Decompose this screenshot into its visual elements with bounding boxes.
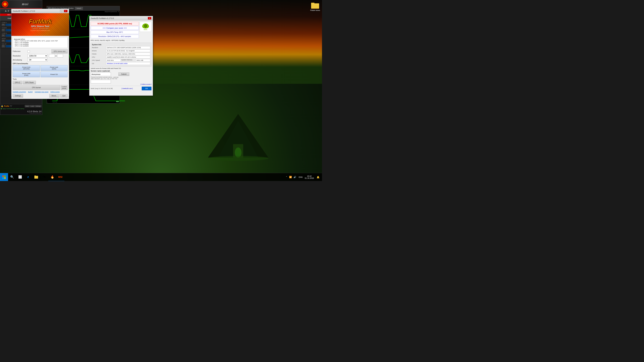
msi-power-min-btn[interactable]: Min [2, 29, 5, 31]
desktop-folder[interactable]: Новая папка [310, 1, 321, 12]
nvidia-text: VIDIA. [144, 29, 148, 30]
furmark-drivers-key: Drivers [92, 50, 105, 52]
tray-volume-icon[interactable]: 🔊 [293, 176, 297, 178]
svg-point-11 [145, 25, 146, 27]
msi-profile-save-btn[interactable]: Save [25, 105, 30, 107]
furmark-aa-select[interactable]: Off [28, 58, 48, 61]
furmark-score-title: Geeks3D FurMark v1.17.0.0 [91, 17, 148, 19]
msi-powered-by: Powered by RivaTuner [27, 113, 42, 114]
furmark-fps-info: FPS: min:91, max:93, avg:91 - OPTIONS: D… [91, 39, 152, 42]
furmark-link-online[interactable]: Online scores [50, 91, 60, 93]
furmark-stress-btn[interactable]: GPU stress test [52, 49, 68, 53]
furmark-bench-grid: Preset:2160(4K/UHD) Preset:1440(QHD) Pre… [13, 65, 68, 77]
furmark-gpu4: - GPU 4: not available [14, 45, 66, 47]
furmark-x-input[interactable] [49, 54, 55, 57]
msi-logo-inner [3, 2, 7, 6]
furmark-close-btn[interactable]: ✕ [64, 10, 68, 12]
furmark-fullscreen-checkbox[interactable] [28, 50, 30, 53]
task-view-icon: ⬜ [18, 175, 22, 179]
furmark-aa-row: Anti-aliasing Off [13, 58, 68, 61]
furmark-quit-btn[interactable]: Quit [60, 94, 68, 97]
svg-rect-15 [4, 177, 6, 179]
furmark-custompreset-btn[interactable]: Custom preset [61, 85, 68, 90]
nvidia-eye-icon [142, 23, 149, 28]
furmark-renderer-val: GeForce GTX 1060 6GB/PCIe/SSE2 (10DE-1C0… [106, 46, 150, 49]
furmark-drivers-row: Drivers 21.21.13.7270 (8-25-2016) - GL:n… [92, 49, 150, 52]
furmark-window-controls: _ ✕ [60, 10, 68, 12]
msi-taskbar-icon: MSI [58, 176, 62, 178]
furmark-drivers-val: 21.21.13.7270 (8-25-2016) - GL:nvoglv64 [106, 49, 150, 52]
furmark-submit-section: Submit score for Preset:1080 and Preset:… [91, 67, 152, 91]
furmark-sysinfo: System Info Renderer GeForce GTX 1060 6G… [91, 42, 152, 66]
furmark-copyright: (C)2007-2015 Geeks3D.com [29, 30, 52, 31]
taskbar-msi-btn[interactable]: MSI [56, 173, 64, 181]
furmark-y-input[interactable] [57, 54, 63, 57]
taskbar-fileexplorer-btn[interactable] [32, 173, 40, 181]
furmark-gpu1: - GPU 1: GeForce GTX 1060 6GB, GPU: 52°C… [14, 40, 66, 42]
furmark-link-compare[interactable]: Compare your score [35, 91, 48, 93]
furmark-online-scores-link[interactable]: [ Online scores ] [91, 83, 152, 85]
furmark-compare-link[interactable]: >>> Compare your score <<< [91, 26, 139, 30]
furmark-pass-input[interactable] [91, 80, 111, 83]
msi-bottom-bar: 🔒 Profile "1" Save Load Settings Apply o… [0, 104, 42, 115]
furmark-resolution-select[interactable]: 1280x720 [28, 54, 48, 57]
taskbar-store-btn[interactable]: 🛍 [40, 173, 48, 181]
furmark-preset-4k-btn[interactable]: Preset:2160(4K/UHD) [13, 65, 40, 71]
msi-logo-text: msi [22, 2, 29, 6]
msi-fansp-min-btn[interactable]: Min [2, 45, 5, 47]
furmark-cpuspeed-row: CPU Speed 3192 MHz System Memory 16311 M… [92, 59, 150, 62]
furmark-settings-btn[interactable]: Settings [13, 94, 23, 97]
furmark-geeks3d-link[interactable]: [ Geeks3D.com ] [122, 88, 133, 89]
msi-profile-settings-btn[interactable]: Settings [35, 105, 42, 107]
tray-chevron-icon[interactable]: ⌃ [285, 176, 288, 178]
furmark-gpuz-btn[interactable]: GPU-Z [13, 81, 22, 84]
desktop: Новая папка msi AFTERBURNER MSI Graphics… [0, 0, 322, 181]
clock-date: 01.10.2016 [305, 177, 314, 179]
furmark-detected-label: Detected GPUs: [14, 38, 66, 40]
taskbar-furmark-btn[interactable]: 🔥 [48, 173, 56, 181]
furmark-link-sli[interactable]: SLI/CF [28, 91, 33, 93]
furmark-screen-name-label: Screen name (optional) [91, 70, 152, 72]
furmark-preset-fhd-btn[interactable]: Preset:1080(FHD) [13, 71, 40, 77]
svg-rect-13 [4, 175, 6, 177]
taskbar-edge-btn[interactable]: e [24, 173, 32, 181]
furmark-score-close-btn[interactable]: ✕ [148, 17, 152, 19]
msi-memo-min-btn[interactable]: Min [2, 40, 5, 42]
furmark-bottom-row: Settings About... Quit [13, 94, 68, 97]
furmark-cpuburner-btn[interactable]: CPU burner [13, 85, 60, 90]
msi-profile-num: "1" [10, 105, 12, 107]
taskbar-start-btn[interactable] [0, 173, 8, 181]
furmark-fullscreen-label: Fullscreen [13, 50, 26, 52]
furmark-gpushark-btn[interactable]: GPU Shark [23, 81, 36, 84]
language-indicator[interactable]: ENG [298, 176, 304, 178]
msi-profile-load-btn[interactable]: Load [30, 105, 34, 107]
msi-coreg-min-btn[interactable]: Min [2, 34, 5, 37]
taskbar-clock[interactable]: 18:42 01.10.2016 [304, 175, 315, 179]
furmark-window: Geeks3D FurMark 1.17.0.0 _ ✕ FurMark GPU… [11, 9, 69, 96]
furmark-preset-qhd-btn[interactable]: Preset:1440(QHD) [40, 65, 68, 71]
taskbar-taskview-btn[interactable]: ⬜ [16, 173, 24, 181]
furmark-cpuspeed-cells: 3192 MHz System Memory 16311 MB [106, 59, 150, 62]
furmark-ok-btn[interactable]: OK [142, 87, 152, 90]
furmark-resolution-row: Resolution 1280x720 x [13, 54, 68, 57]
taskbar-search-btn[interactable]: 🔍 [8, 173, 16, 181]
tray-network-icon[interactable]: 📶 [289, 176, 292, 178]
svg-rect-14 [2, 177, 4, 179]
furmark-aa-label: Anti-aliasing [13, 59, 26, 61]
furmark-minimize-btn[interactable]: _ [60, 10, 64, 12]
taskbar-tray: ⌃ 📶 🔊 [284, 176, 298, 178]
msi-profile-label: Profile [4, 105, 9, 107]
furmark-clocks-key: Clocks [92, 53, 105, 55]
msi-corev-min-btn[interactable]: Min [2, 24, 5, 26]
furmark-screen-name-input[interactable] [91, 72, 111, 76]
furmark-subtitle2: OpenGL Benchmark [29, 28, 52, 30]
furmark-submit-btn[interactable]: Submit [118, 72, 129, 76]
furmark-preset-720-btn[interactable]: Preset:720 [40, 71, 68, 77]
hw-detach-btn[interactable]: Detach [75, 7, 83, 10]
furmark-sysmem-key: System Memory [122, 59, 135, 62]
furmark-build-row: Build: [Aug 21 2015 @ 15:32:38] [ Geeks3… [91, 86, 152, 91]
furmark-link-linux[interactable]: FurMark Linux/OSX [13, 91, 26, 93]
notification-icon[interactable]: 🔔 [315, 174, 321, 180]
furmark-about-btn[interactable]: About... [49, 94, 59, 97]
furmark-clocks-val: GPU core: 1695 MHz, memory: 4006 MHz [106, 53, 150, 55]
